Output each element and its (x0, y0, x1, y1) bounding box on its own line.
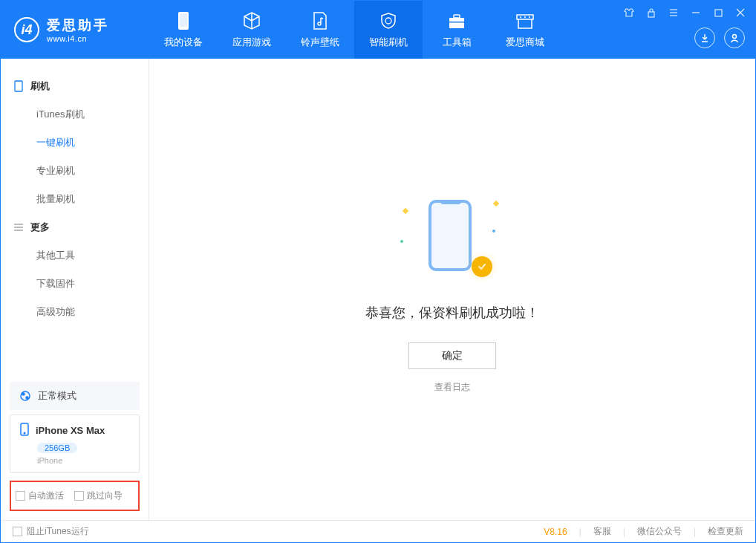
checkbox-label: 自动激活 (28, 490, 64, 502)
header-actions (694, 27, 745, 48)
body: 刷机 iTunes刷机 一键刷机 专业刷机 批量刷机 更多 其他工具 下载固件 … (1, 59, 755, 520)
device-name: iPhone XS Max (36, 425, 105, 436)
tab-label: 我的设备 (164, 36, 203, 49)
download-button[interactable] (694, 27, 715, 48)
checkbox-skip-guide[interactable]: 跳过向导 (74, 490, 123, 502)
sidebar-item-itunes-flash[interactable]: iTunes刷机 (1, 100, 149, 129)
tab-label: 铃声壁纸 (301, 36, 339, 49)
support-link[interactable]: 客服 (593, 525, 611, 538)
tab-apps[interactable]: 应用游戏 (218, 1, 286, 59)
main-content: 恭喜您，保资料刷机成功啦！ 确定 查看日志 (149, 59, 755, 520)
tab-label: 应用游戏 (232, 36, 271, 49)
device-icon (173, 10, 194, 31)
phone-icon (13, 80, 25, 92)
refresh-shield-icon (378, 10, 399, 31)
sidebar-item-other-tools[interactable]: 其他工具 (1, 241, 149, 270)
options-highlight-box: 自动激活 跳过向导 (10, 481, 140, 511)
store-icon (515, 10, 535, 31)
svg-point-7 (529, 16, 530, 18)
device-type: iPhone (37, 456, 130, 465)
tab-ringtones[interactable]: 铃声壁纸 (286, 1, 354, 59)
window-controls (622, 5, 748, 20)
toolbox-icon (446, 10, 467, 31)
app-logo-icon: i4 (14, 17, 39, 42)
close-button[interactable] (733, 5, 748, 20)
ok-button[interactable]: 确定 (408, 342, 496, 369)
sidebar-item-batch-flash[interactable]: 批量刷机 (1, 185, 149, 213)
mode-label: 正常模式 (38, 389, 76, 403)
app-url: www.i4.cn (47, 34, 109, 43)
sidebar-section-flash: 刷机 (1, 72, 149, 100)
checkbox-auto-activate[interactable]: 自动激活 (16, 490, 64, 502)
nav-tabs: 我的设备 应用游戏 铃声壁纸 智能刷机 工具箱 爱思商城 (149, 1, 559, 59)
success-message: 恭喜您，保资料刷机成功啦！ (365, 304, 539, 322)
wechat-link[interactable]: 微信公众号 (637, 525, 682, 538)
checkbox-icon (13, 527, 22, 536)
logo-text: 爱思助手 www.i4.cn (47, 16, 109, 43)
app-name: 爱思助手 (47, 16, 109, 34)
section-title: 更多 (30, 221, 50, 234)
check-update-link[interactable]: 检查更新 (708, 525, 743, 538)
svg-point-6 (524, 16, 526, 18)
svg-point-25 (24, 432, 25, 434)
footer: 阻止iTunes运行 V8.16 | 客服 | 微信公众号 | 检查更新 (1, 520, 755, 542)
svg-rect-17 (15, 81, 22, 91)
svg-point-23 (26, 397, 28, 399)
minimize-button[interactable] (688, 5, 703, 20)
logo: i4 爱思助手 www.i4.cn (1, 16, 149, 43)
maximize-button[interactable] (711, 5, 726, 20)
mode-icon (19, 389, 32, 403)
checkbox-block-itunes[interactable]: 阻止iTunes运行 (13, 525, 89, 538)
mode-card[interactable]: 正常模式 (10, 382, 140, 410)
svg-rect-2 (449, 18, 464, 28)
svg-point-21 (21, 391, 30, 400)
device-card[interactable]: iPhone XS Max 256GB iPhone (10, 414, 140, 473)
tab-toolbox[interactable]: 工具箱 (423, 1, 491, 59)
svg-rect-3 (454, 15, 460, 18)
checkbox-icon (74, 491, 84, 501)
svg-rect-13 (715, 10, 722, 16)
svg-rect-4 (449, 22, 464, 23)
app-header: i4 爱思助手 www.i4.cn 我的设备 应用游戏 铃声壁纸 智能刷机 工具… (1, 1, 755, 59)
tab-label: 工具箱 (443, 36, 472, 49)
sidebar: 刷机 iTunes刷机 一键刷机 专业刷机 批量刷机 更多 其他工具 下载固件 … (1, 59, 149, 520)
device-capacity: 256GB (37, 443, 77, 453)
checkbox-icon (16, 491, 25, 501)
svg-point-16 (733, 35, 737, 39)
svg-rect-1 (180, 13, 187, 27)
skin-icon[interactable] (622, 5, 636, 20)
tab-store[interactable]: 爱思商城 (491, 1, 559, 59)
check-badge-icon (472, 256, 492, 277)
view-log-link[interactable]: 查看日志 (434, 381, 470, 394)
sidebar-item-advanced[interactable]: 高级功能 (1, 298, 149, 326)
sidebar-item-oneclick-flash[interactable]: 一键刷机 (1, 129, 149, 157)
menu-icon[interactable] (666, 5, 681, 20)
version-label: V8.16 (544, 527, 567, 537)
tab-label: 爱思商城 (506, 36, 544, 49)
sidebar-item-pro-flash[interactable]: 专业刷机 (1, 157, 149, 185)
svg-point-22 (22, 393, 25, 395)
svg-rect-8 (648, 12, 654, 17)
checkbox-label: 阻止iTunes运行 (27, 525, 89, 538)
list-icon (13, 223, 25, 232)
tab-flash[interactable]: 智能刷机 (354, 1, 423, 59)
success-illustration (408, 200, 497, 282)
user-button[interactable] (724, 27, 745, 48)
section-title: 刷机 (30, 79, 50, 93)
cube-icon (241, 10, 262, 31)
music-file-icon (310, 10, 330, 31)
lock-icon[interactable] (644, 5, 659, 20)
device-phone-icon (19, 423, 30, 438)
tab-label: 智能刷机 (369, 36, 408, 49)
tab-my-device[interactable]: 我的设备 (149, 1, 218, 59)
sidebar-item-download-firmware[interactable]: 下载固件 (1, 270, 149, 298)
sidebar-section-more: 更多 (1, 213, 149, 241)
checkbox-label: 跳过向导 (87, 490, 123, 502)
svg-point-5 (520, 16, 521, 18)
